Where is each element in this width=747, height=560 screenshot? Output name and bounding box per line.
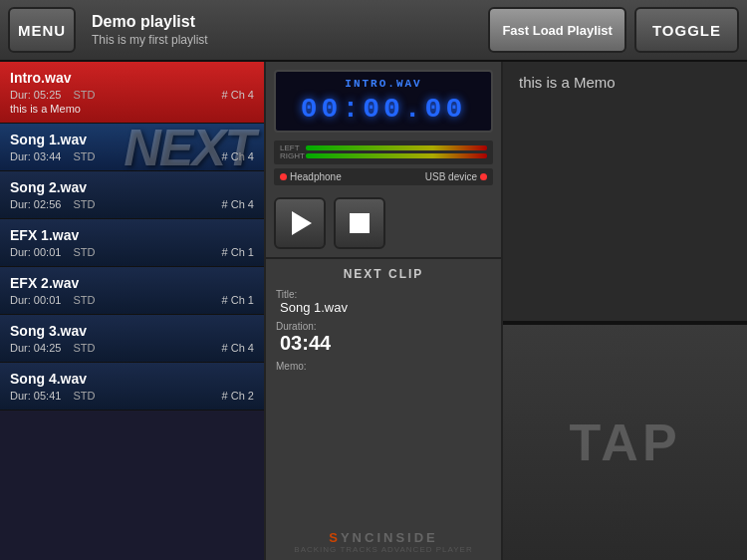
track-meta: Dur: 03:44STD# Ch 4 (10, 150, 254, 162)
lcd-time: 00:00.00 (284, 94, 483, 125)
track-duration: Dur: 00:01 (10, 246, 61, 258)
track-name: Song 3.wav (10, 323, 254, 339)
track-std: STD (73, 198, 95, 210)
clip-duration-label: Duration: (276, 321, 491, 332)
track-meta: Dur: 05:41STD# Ch 2 (10, 390, 254, 402)
track-channel: # Ch 1 (222, 246, 254, 258)
audio-output: Headphone USB device (274, 168, 493, 185)
vu-right-row: RIGHT (280, 152, 487, 158)
fast-load-button[interactable]: Fast Load Playlist (488, 7, 626, 53)
track-memo: this is a Memo (10, 103, 254, 115)
track-channel: # Ch 2 (222, 390, 254, 402)
top-bar: MENU Demo playlist This is my first play… (0, 0, 747, 62)
track-std: STD (73, 150, 95, 162)
track-std: STD (73, 246, 95, 258)
syncinside-branding: SYNCINSIDE BACKING TRACKS ADVANCED PLAYE… (266, 524, 501, 560)
track-duration: Dur: 05:25 (10, 89, 61, 101)
play-button[interactable] (274, 197, 326, 249)
track-item[interactable]: Song 1.wavDur: 03:44STD# Ch 4NEXT (0, 124, 264, 171)
player-panel: INTRO.WAV 00:00.00 LEFT RIGHT Headphone … (264, 62, 503, 560)
memo-area: this is a Memo (503, 62, 747, 323)
track-name: Intro.wav (10, 70, 254, 86)
right-panel: this is a Memo TAP (503, 62, 747, 560)
tap-label: TAP (569, 413, 680, 472)
track-meta: Dur: 04:25STD# Ch 4 (10, 342, 254, 354)
track-channel: # Ch 4 (222, 89, 254, 101)
memo-text: this is a Memo (519, 74, 616, 91)
usb-label: USB device (425, 171, 477, 182)
syncinside-name: SYNCINSIDE (276, 530, 491, 545)
track-name: EFX 2.wav (10, 275, 254, 291)
clip-duration-value: 03:44 (276, 332, 491, 355)
next-clip-section: NEXT CLIP Title: Song 1.wav Duration: 03… (266, 257, 501, 524)
vu-section: LEFT RIGHT (274, 140, 493, 164)
track-meta: Dur: 02:56STD# Ch 4 (10, 198, 254, 210)
clip-title-label: Title: (276, 289, 491, 300)
headphone-label: Headphone (290, 171, 342, 182)
main-content: Intro.wavDur: 05:25STD# Ch 4this is a Me… (0, 62, 747, 560)
menu-button[interactable]: MENU (8, 7, 76, 53)
tap-button[interactable]: TAP (503, 323, 747, 560)
playlist-info: Demo playlist This is my first playlist (84, 9, 480, 51)
syncinside-sub: BACKING TRACKS ADVANCED PLAYER (276, 545, 491, 554)
track-channel: # Ch 4 (222, 150, 254, 162)
track-meta: Dur: 05:25STD# Ch 4 (10, 89, 254, 101)
track-std: STD (73, 294, 95, 306)
lcd-display: INTRO.WAV 00:00.00 (274, 70, 493, 133)
track-channel: # Ch 4 (222, 342, 254, 354)
toggle-button[interactable]: TOGGLE (634, 7, 739, 53)
lcd-filename: INTRO.WAV (284, 78, 483, 90)
vu-right-bar (306, 153, 487, 158)
transport-controls (266, 189, 501, 257)
usb-dot (480, 173, 487, 180)
usb-output: USB device (425, 171, 487, 182)
track-item[interactable]: Song 4.wavDur: 05:41STD# Ch 2 (0, 363, 264, 411)
track-std: STD (73, 89, 95, 101)
track-channel: # Ch 1 (222, 294, 254, 306)
track-name: Song 2.wav (10, 179, 254, 195)
vu-left-bar (306, 145, 487, 150)
track-std: STD (73, 390, 95, 402)
stop-button[interactable] (334, 197, 385, 249)
track-name: EFX 1.wav (10, 227, 254, 243)
play-icon (292, 211, 312, 235)
track-duration: Dur: 05:41 (10, 390, 61, 402)
track-item[interactable]: Song 3.wavDur: 04:25STD# Ch 4 (0, 315, 264, 363)
stop-icon (350, 213, 370, 233)
track-item[interactable]: Song 2.wavDur: 02:56STD# Ch 4 (0, 171, 264, 219)
clip-title-value: Song 1.wav (276, 300, 491, 315)
vu-left-row: LEFT (280, 144, 487, 150)
clip-memo-label: Memo: (276, 361, 491, 372)
next-clip-header: NEXT CLIP (276, 267, 491, 281)
track-item[interactable]: Intro.wavDur: 05:25STD# Ch 4this is a Me… (0, 62, 264, 124)
track-duration: Dur: 02:56 (10, 198, 61, 210)
headphone-output: Headphone (280, 171, 342, 182)
track-std: STD (73, 342, 95, 354)
playlist-subtitle: This is my first playlist (92, 33, 472, 47)
track-meta: Dur: 00:01STD# Ch 1 (10, 294, 254, 306)
track-name: Song 1.wav (10, 132, 254, 147)
track-meta: Dur: 00:01STD# Ch 1 (10, 246, 254, 258)
vu-right-label: RIGHT (280, 151, 302, 160)
playlist-panel: Intro.wavDur: 05:25STD# Ch 4this is a Me… (0, 62, 264, 560)
headphone-dot (280, 173, 287, 180)
track-duration: Dur: 04:25 (10, 342, 61, 354)
track-channel: # Ch 4 (222, 198, 254, 210)
track-duration: Dur: 03:44 (10, 150, 61, 162)
playlist-title: Demo playlist (92, 13, 472, 31)
track-name: Song 4.wav (10, 371, 254, 387)
track-item[interactable]: EFX 1.wavDur: 00:01STD# Ch 1 (0, 219, 264, 267)
track-item[interactable]: EFX 2.wavDur: 00:01STD# Ch 1 (0, 267, 264, 315)
track-duration: Dur: 00:01 (10, 294, 61, 306)
